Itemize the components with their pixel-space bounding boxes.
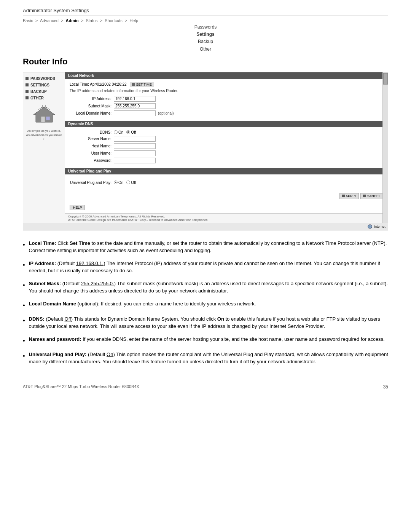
breadcrumb-status[interactable]: Status [86, 18, 97, 23]
term-subnet: Subnet Mask: [29, 281, 61, 286]
sidebar-tagline: As simple as you work it. As advanced as… [23, 129, 65, 142]
server-name-label: Server Name: [70, 137, 112, 141]
ddns-default-val: Off [65, 316, 71, 322]
page-header: Administrator System Settings [23, 8, 388, 16]
subnet-mask-input[interactable] [114, 103, 156, 109]
subnav-passwords[interactable]: Passwords [194, 24, 217, 31]
subnet-default-val: 255.255.255.0. [81, 281, 114, 286]
bullet-text-names: Names and password: If you enable DDNS, … [29, 335, 388, 343]
term-local-time: Local Time: [29, 240, 56, 246]
sidebar-item-settings[interactable]: SETTINGS [23, 82, 65, 88]
ddns-label: DDNS: [70, 130, 112, 134]
breadcrumb-basic[interactable]: Basic [23, 18, 33, 23]
upnp-off-option[interactable]: Off [126, 181, 136, 185]
set-time-ref: Set Time [70, 240, 90, 246]
sidebar-icon-other [25, 96, 29, 99]
sidebar-icon-area [23, 101, 65, 129]
domain-name-input[interactable] [114, 110, 156, 116]
sidebar-item-passwords[interactable]: PASSWORDS [23, 75, 65, 82]
server-name-row: Server Name: [70, 136, 383, 142]
cancel-button[interactable]: CANCEL [360, 193, 383, 199]
scrollbar[interactable] [382, 72, 388, 223]
sidebar: PASSWORDS SETTINGS BACKUP OTHER [23, 72, 65, 223]
ddns-off-radio[interactable] [126, 130, 130, 134]
browser-frame: PASSWORDS SETTINGS BACKUP OTHER [23, 72, 388, 230]
bullet-subnet: • Subnet Mask: (Default 255.255.255.0.) … [23, 280, 388, 295]
term-upnp: Universal Plug and Play: [29, 351, 87, 357]
upnp-off-radio[interactable] [126, 181, 130, 184]
subnav-other[interactable]: Other [200, 46, 211, 53]
sidebar-item-backup[interactable]: BACKUP [23, 88, 65, 95]
set-time-button[interactable]: SET TIME [130, 82, 154, 87]
header-title: Administrator System Settings [23, 8, 89, 13]
bullet-text-ddns: DDNS: (Default Off) This stands for Dyna… [29, 315, 388, 330]
description-section: • Local Time: Click Set Time to set the … [23, 240, 388, 366]
local-time-label: Local Time: Apr/01/2002 04:26:22 [70, 82, 127, 86]
internet-indicator: Internet [367, 224, 386, 229]
local-network-info: The IP address and related information f… [70, 89, 383, 93]
svg-rect-1 [41, 117, 45, 122]
bullet-dot-2: • [23, 260, 25, 270]
ddns-off-label: Off [131, 130, 136, 134]
bullet-local-time: • Local Time: Click Set Time to set the … [23, 240, 388, 254]
term-ip: IP Address: [29, 260, 56, 266]
upnp-body: Universal Plug and Play: On Off [65, 174, 388, 191]
ddns-toggle-row: DDNS: On Off [70, 130, 383, 134]
optional-label: (optional) [158, 111, 174, 115]
help-button[interactable]: HELP [70, 205, 85, 210]
password-input[interactable] [114, 158, 156, 163]
sidebar-label-other: OTHER [30, 96, 44, 100]
ddns-off-option[interactable]: Off [126, 130, 136, 134]
apply-button[interactable]: APPLY [339, 193, 359, 199]
page-footer: AT&T Plug&Share™ 22 Mbps Turbo Wireless … [23, 381, 388, 390]
breadcrumb-admin[interactable]: Admin [66, 18, 79, 23]
cancel-icon [363, 195, 366, 197]
term-ddns: DDNS: [29, 316, 45, 322]
local-network-header: Local Network [65, 72, 388, 79]
bullet-dot-3: • [23, 281, 25, 290]
sidebar-label-settings: SETTINGS [30, 83, 49, 87]
ddns-radio-group: On Off [114, 130, 136, 134]
local-network-body: Local Time: Apr/01/2002 04:26:22 SET TIM… [65, 79, 388, 121]
main-content: Local Network Local Time: Apr/01/2002 04… [65, 72, 388, 223]
sidebar-item-other[interactable]: OTHER [23, 95, 65, 101]
host-name-input[interactable] [114, 143, 156, 149]
help-label: HELP [73, 206, 82, 209]
bullet-text-local-time: Local Time: Click Set Time to set the da… [29, 240, 388, 254]
set-time-label: SET TIME [136, 83, 152, 86]
ip-address-input[interactable] [114, 96, 156, 102]
bullet-upnp: • Universal Plug and Play: (Default On) … [23, 351, 388, 366]
subnav-backup[interactable]: Backup [198, 38, 213, 45]
bullet-ddns: • DDNS: (Default Off) This stands for Dy… [23, 315, 388, 330]
user-name-input[interactable] [114, 150, 156, 156]
bullet-text-ip: IP Address: (Default 192.168.0.1.) The I… [29, 260, 388, 275]
page-title: Router Info [23, 57, 388, 67]
upnp-off-label: Off [131, 181, 136, 185]
upnp-label: Universal Plug and Play: [70, 181, 112, 185]
ddns-on-label: On [118, 130, 123, 134]
user-name-label: User Name: [70, 151, 112, 155]
house-icon [33, 105, 56, 124]
breadcrumb-shortcuts[interactable]: Shortcuts [105, 18, 122, 23]
bullet-ip-address: • IP Address: (Default 192.168.0.1.) The… [23, 260, 388, 275]
host-name-row: Host Name: [70, 143, 383, 149]
ddns-on-option[interactable]: On [114, 130, 123, 134]
breadcrumb-advanced[interactable]: Advanced [40, 18, 59, 23]
breadcrumb-help[interactable]: Help [129, 18, 138, 23]
help-btn-row: HELP [65, 201, 388, 213]
tagline-line2: As advanced as you make it. [25, 133, 63, 141]
subnav-settings[interactable]: Settings [196, 31, 214, 38]
upnp-on-option[interactable]: On [114, 181, 123, 185]
server-name-input[interactable] [114, 136, 156, 142]
apply-icon [342, 195, 345, 197]
term-domain: Local Domain Name [29, 301, 76, 307]
upnp-on-radio[interactable] [114, 181, 118, 184]
ip-address-label: IP Address: [70, 97, 112, 101]
scrollbar-thumb[interactable] [383, 73, 388, 85]
sidebar-label-backup: BACKUP [30, 89, 47, 94]
upnp-row: Universal Plug and Play: On Off [70, 181, 383, 185]
local-time-row: Local Time: Apr/01/2002 04:26:22 SET TIM… [70, 82, 383, 87]
svg-rect-2 [46, 117, 50, 120]
dynamic-dns-body: DDNS: On Off S [65, 127, 388, 168]
ddns-on-radio[interactable] [114, 130, 118, 134]
